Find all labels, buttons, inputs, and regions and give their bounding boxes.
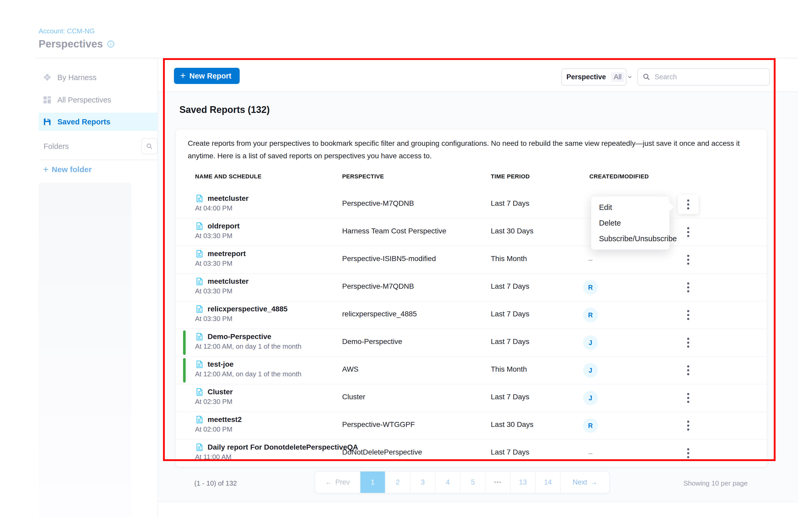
row-menu-button[interactable] [678, 305, 699, 325]
user-avatar: J [583, 363, 598, 378]
perspective-name: DoNotDeletePerspective [342, 448, 422, 456]
new-report-label: New Report [189, 72, 231, 80]
table-row[interactable]: meetreport At 03:30 PM Perspective-ISIBN… [176, 246, 767, 274]
user-avatar: R [583, 418, 598, 433]
page-title: Perspectives [39, 38, 103, 50]
page-button-14[interactable]: 14 [536, 472, 561, 493]
table-row[interactable]: test-joe At 12:00 AM, on day 1 of the mo… [176, 357, 767, 384]
search-icon [643, 73, 650, 81]
harness-logo-icon: ❖ [43, 73, 52, 82]
sidebar-item-label: All Perspectives [57, 96, 111, 104]
filter-value: All [611, 72, 624, 82]
grid-icon [43, 95, 52, 104]
row-menu-button[interactable] [678, 250, 699, 269]
time-period: This Month [491, 365, 527, 374]
menu-item-edit[interactable]: Edit [591, 200, 669, 215]
prev-label: Prev [335, 478, 350, 486]
new-folder-button[interactable]: + New folder [43, 164, 92, 175]
green-indicator [183, 358, 186, 383]
page-button-3[interactable]: 3 [411, 472, 436, 493]
created-modified-cell: R [583, 418, 598, 433]
table-row[interactable]: Cluster At 02:30 PM Cluster Last 7 Days … [176, 384, 767, 412]
report-name: oldreport [208, 222, 240, 230]
search-box [638, 68, 770, 86]
column-header-created-modified: CREATED/MODIFIED [589, 173, 649, 180]
page-button-4[interactable]: 4 [436, 472, 460, 493]
no-avatar-dash: – [583, 446, 598, 460]
pagination-range-label: (1 - 10) of 132 [194, 479, 237, 488]
row-menu-button[interactable] [678, 388, 699, 407]
row-menu-button[interactable] [678, 416, 699, 435]
column-header-name: NAME AND SCHEDULE [195, 173, 262, 180]
page-ellipsis: ••• [486, 472, 511, 493]
menu-item-subscribe-unsubscribe[interactable]: Subscribe/Unsubscribe [591, 231, 669, 246]
sidebar-item-by-harness[interactable]: ❖ By Harness [39, 69, 162, 86]
perspective-name: Perspective-M7QDNB [342, 199, 414, 208]
new-folder-label: New folder [52, 165, 92, 174]
name-and-schedule-cell: Daily report For DonotdeletePerspectiveQ… [195, 443, 358, 461]
folders-section-header: Folders [39, 138, 157, 154]
row-menu-button[interactable] [678, 443, 699, 463]
sidebar-item-label: By Harness [57, 73, 96, 82]
perspective-name: Cluster [342, 393, 365, 401]
row-menu-button[interactable] [678, 278, 699, 297]
reports-table-body: meetcluster At 04:00 PM Perspective-M7QD… [176, 191, 767, 467]
report-doc-icon [195, 305, 204, 314]
name-and-schedule-cell: meetreport At 03:30 PM [195, 249, 246, 268]
user-avatar: J [583, 335, 598, 350]
page-button-2[interactable]: 2 [385, 472, 411, 493]
report-doc-icon [195, 249, 204, 258]
row-menu-button[interactable] [678, 333, 699, 352]
report-schedule: At 03:30 PM [195, 260, 246, 268]
name-and-schedule-cell: oldreport At 03:30 PM [195, 222, 240, 240]
time-period: Last 7 Days [491, 282, 529, 290]
search-input[interactable] [654, 73, 765, 81]
row-menu-button[interactable] [678, 361, 699, 380]
row-menu-button[interactable] [678, 195, 699, 214]
next-arrow-icon: → [590, 478, 597, 486]
perspective-filter-dropdown[interactable]: Perspective All [561, 68, 626, 86]
page-button-5[interactable]: 5 [460, 472, 486, 493]
report-doc-icon [195, 222, 204, 230]
created-modified-cell: J [583, 363, 598, 378]
report-name: meetcluster [208, 194, 249, 203]
folders-label: Folders [43, 139, 69, 154]
folders-search-button[interactable] [141, 138, 157, 154]
report-name: meetreport [208, 250, 246, 258]
sidebar-item-all-perspectives[interactable]: All Perspectives [39, 92, 162, 108]
sidebar-item-saved-reports[interactable]: Saved Reports [39, 113, 162, 131]
report-schedule: At 02:00 PM [195, 425, 242, 433]
green-indicator [183, 330, 186, 355]
report-doc-icon [195, 277, 204, 286]
menu-item-delete[interactable]: Delete [591, 215, 669, 231]
page-button-1[interactable]: 1 [360, 472, 385, 493]
next-page-button[interactable]: Next → [561, 472, 609, 493]
prev-page-button[interactable]: ← Prev [315, 472, 360, 493]
name-and-schedule-cell: meetcluster At 04:00 PM [195, 194, 249, 212]
perspective-name: Perspective-WTGGPF [342, 420, 415, 429]
new-report-button[interactable]: + New Report [174, 68, 240, 84]
table-row[interactable]: meetcluster At 03:30 PM Perspective-M7QD… [176, 274, 767, 302]
name-and-schedule-cell: relicxperspective_4885 At 03:30 PM [195, 305, 288, 323]
table-row[interactable]: meetcluster At 04:00 PM Perspective-M7QD… [176, 191, 767, 218]
perspective-name: Demo-Perspective [342, 338, 402, 346]
perspectives-page: Account: CCM-NG Perspectives ❖ By Harnes… [0, 0, 798, 532]
table-row[interactable]: Daily report For DonotdeletePerspectiveQ… [176, 440, 767, 467]
created-modified-cell: R [583, 308, 598, 322]
info-icon[interactable] [107, 40, 115, 48]
page-button-13[interactable]: 13 [511, 472, 536, 493]
table-row[interactable]: oldreport At 03:30 PM Harness Team Cost … [176, 218, 767, 246]
user-avatar: J [583, 391, 598, 405]
report-schedule: At 03:30 PM [195, 287, 249, 295]
perspective-name: Harness Team Cost Perspective [342, 227, 446, 235]
sidebar-item-label: Saved Reports [57, 118, 110, 126]
user-avatar: R [583, 308, 598, 322]
table-row[interactable]: meettest2 At 02:00 PM Perspective-WTGGPF… [176, 412, 767, 440]
table-row[interactable]: relicxperspective_4885 At 03:30 PM relic… [176, 302, 767, 329]
report-name: meetcluster [208, 277, 249, 286]
report-name: Daily report For DonotdeletePerspectiveQ… [208, 443, 358, 451]
account-breadcrumb[interactable]: Account: CCM-NG [39, 27, 95, 35]
table-row[interactable]: Demo-Perspective At 12:00 AM, on day 1 o… [176, 329, 767, 357]
row-menu-button[interactable] [678, 223, 699, 242]
name-and-schedule-cell: Cluster At 02:30 PM [195, 387, 233, 406]
